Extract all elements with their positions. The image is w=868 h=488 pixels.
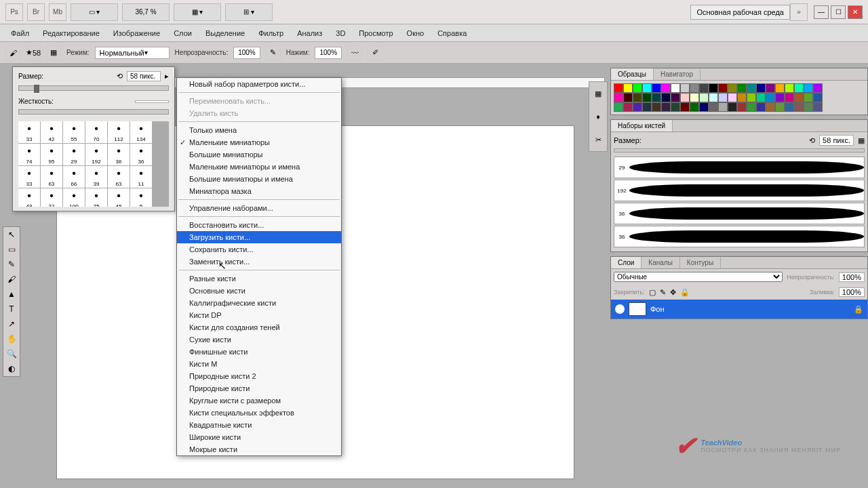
blend-mode-select[interactable]: Обычные bbox=[614, 272, 783, 282]
layer-opacity-field[interactable]: 100% bbox=[839, 272, 865, 282]
tool-icon[interactable]: ✎ bbox=[3, 257, 20, 272]
swatch[interactable] bbox=[642, 93, 652, 102]
swatch[interactable] bbox=[671, 83, 680, 93]
swatch-grid[interactable] bbox=[614, 83, 865, 112]
swatch[interactable] bbox=[699, 83, 709, 93]
menu-item[interactable]: Заменить кисти... bbox=[177, 256, 341, 268]
menu-item[interactable]: Маленькие миниатюры bbox=[177, 136, 341, 148]
toggle-brush-panel-icon[interactable]: ▦ bbox=[858, 136, 865, 145]
swatch[interactable] bbox=[794, 93, 804, 102]
tool-icon[interactable]: 🔍 bbox=[3, 346, 20, 361]
menu-Просмотр[interactable]: Просмотр bbox=[352, 26, 399, 40]
swatch[interactable] bbox=[661, 93, 671, 102]
menu-item[interactable]: Круглые кисти с размером bbox=[177, 394, 341, 407]
swatch[interactable] bbox=[728, 93, 737, 102]
menu-item[interactable]: Большие миниатюры и имена bbox=[177, 173, 341, 185]
lock-all-icon[interactable]: 🔒 bbox=[680, 288, 690, 297]
swatch[interactable] bbox=[737, 83, 747, 93]
fill-field[interactable]: 100% bbox=[839, 287, 865, 297]
menu-item[interactable]: Маленькие миниатюры и имена bbox=[177, 161, 341, 173]
menu-item[interactable]: Основные кисти bbox=[177, 285, 341, 297]
tool-icon[interactable]: ✋ bbox=[3, 331, 20, 346]
tool-icon[interactable]: T bbox=[3, 302, 20, 317]
zoom-dropdown[interactable]: 36,7 % bbox=[122, 3, 170, 21]
swatch[interactable] bbox=[652, 83, 661, 93]
brush-thumb[interactable]: 63 bbox=[108, 166, 130, 188]
navigator-tab[interactable]: Навигатор bbox=[654, 68, 701, 80]
menu-item[interactable]: Загрузить кисти... bbox=[177, 231, 341, 243]
swatch[interactable] bbox=[623, 102, 633, 112]
menu-item[interactable]: Управление наборами... bbox=[177, 202, 341, 214]
reset-icon[interactable]: ⟲ bbox=[809, 136, 815, 145]
swatch[interactable] bbox=[690, 83, 699, 93]
swatch[interactable] bbox=[747, 102, 756, 112]
brush-preset-row[interactable]: 29 bbox=[614, 157, 865, 178]
swatch[interactable] bbox=[718, 83, 728, 93]
menu-item[interactable]: Широкие кисти bbox=[177, 431, 341, 443]
lock-transparency-icon[interactable]: ▢ bbox=[649, 288, 656, 297]
menu-Справка[interactable]: Справка bbox=[431, 26, 473, 40]
swatch[interactable] bbox=[623, 93, 633, 102]
tab-Каналы[interactable]: Каналы bbox=[642, 257, 680, 268]
adjustments-panel-icon[interactable]: ♦ bbox=[589, 105, 607, 128]
swatch[interactable] bbox=[804, 93, 813, 102]
brush-thumb[interactable]: 74 bbox=[18, 144, 40, 165]
brush-thumb[interactable]: 55 bbox=[63, 121, 85, 143]
swatch[interactable] bbox=[642, 83, 652, 93]
swatch[interactable] bbox=[690, 102, 699, 112]
brush-thumb[interactable]: 45 bbox=[108, 188, 130, 207]
swatch[interactable] bbox=[680, 93, 690, 102]
brush-thumb[interactable]: 33 bbox=[18, 166, 40, 188]
swatch[interactable] bbox=[614, 93, 623, 102]
flyout-icon[interactable]: ▸ bbox=[165, 72, 169, 81]
swatch[interactable] bbox=[633, 102, 642, 112]
menu-item[interactable]: Квадратные кисти bbox=[177, 419, 341, 431]
swatch[interactable] bbox=[709, 93, 718, 102]
swatch[interactable] bbox=[775, 102, 785, 112]
swatch[interactable] bbox=[785, 93, 794, 102]
brush-size-field[interactable]: 58 пикс. bbox=[127, 71, 161, 81]
swatch[interactable] bbox=[775, 83, 785, 93]
tools-panel-icon[interactable]: ✂ bbox=[589, 128, 607, 151]
brush-thumb[interactable]: 95 bbox=[41, 144, 62, 165]
brush-thumb[interactable]: 32 bbox=[41, 188, 62, 207]
swatch[interactable] bbox=[775, 93, 785, 102]
color-panel-icon[interactable]: ▦ bbox=[589, 82, 607, 105]
brush-thumb[interactable]: 39 bbox=[85, 166, 107, 188]
menu-Редактирование[interactable]: Редактирование bbox=[36, 26, 106, 40]
swatch[interactable] bbox=[804, 83, 813, 93]
menu-Выделение[interactable]: Выделение bbox=[199, 26, 252, 40]
brush-hardness-slider[interactable] bbox=[18, 109, 169, 115]
swatch[interactable] bbox=[756, 102, 766, 112]
swatch[interactable] bbox=[728, 102, 737, 112]
brush-thumb[interactable]: 36 bbox=[108, 144, 130, 165]
brush-thumb[interactable]: 29 bbox=[63, 144, 85, 165]
brush-thumbnail-grid[interactable]: 3342557011213474952919236363363663963114… bbox=[18, 121, 169, 207]
menu-3D[interactable]: 3D bbox=[329, 26, 352, 40]
swatch[interactable] bbox=[747, 93, 756, 102]
maximize-button[interactable]: ☐ bbox=[831, 5, 846, 19]
swatch[interactable] bbox=[804, 102, 813, 112]
swatch[interactable] bbox=[766, 83, 775, 93]
tool-icon[interactable]: ▲ bbox=[3, 287, 20, 302]
menu-item[interactable]: Только имена bbox=[177, 124, 341, 136]
brush-thumb[interactable]: 11 bbox=[130, 166, 152, 188]
airbrush-icon[interactable]: 〰 bbox=[347, 45, 362, 60]
brush-panel-toggle-icon[interactable]: ▦ bbox=[46, 45, 61, 60]
swatch[interactable] bbox=[633, 93, 642, 102]
tab-Слои[interactable]: Слои bbox=[611, 257, 642, 268]
swatch[interactable] bbox=[680, 83, 690, 93]
menu-Анализ[interactable]: Анализ bbox=[290, 26, 329, 40]
swatch[interactable] bbox=[718, 93, 728, 102]
brush-tool-icon[interactable]: 🖌 bbox=[5, 45, 20, 60]
brush-thumb[interactable]: 75 bbox=[85, 188, 107, 207]
swatch[interactable] bbox=[614, 102, 623, 112]
swatch[interactable] bbox=[671, 102, 680, 112]
swatch[interactable] bbox=[813, 93, 823, 102]
menu-item[interactable]: Мокрые кисти bbox=[177, 443, 341, 455]
brush-preset-row[interactable]: 36 bbox=[614, 226, 865, 247]
swatch[interactable] bbox=[718, 102, 728, 112]
swatch[interactable] bbox=[642, 102, 652, 112]
bridge-icon[interactable]: Br bbox=[27, 3, 45, 21]
swatch[interactable] bbox=[785, 83, 794, 93]
